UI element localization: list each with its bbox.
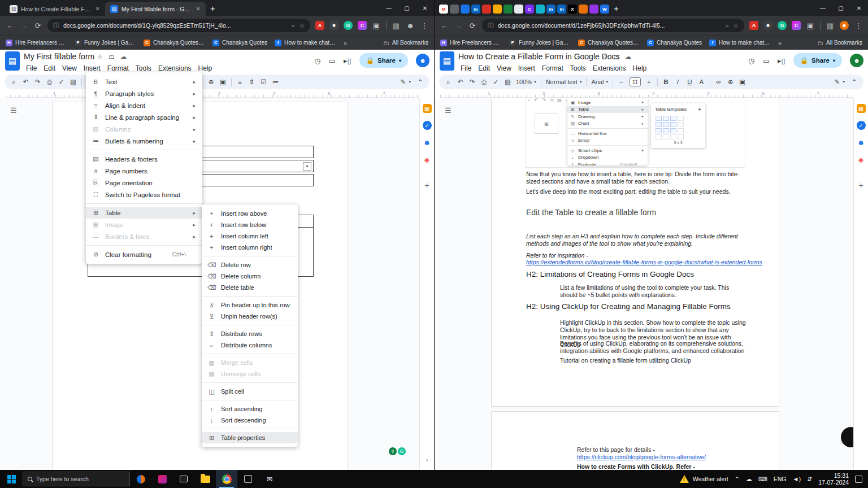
checklist-icon[interactable]: ☑: [260, 78, 267, 86]
new-tab-button[interactable]: +: [614, 3, 619, 13]
taskbar-clock[interactable]: 15:31 17-07-2024: [818, 472, 849, 486]
insert-image-icon[interactable]: ▣: [739, 78, 746, 86]
reload-icon[interactable]: ⟳: [468, 21, 477, 30]
bulleted-list-icon[interactable]: ≔: [272, 78, 279, 86]
people-app-icon[interactable]: [130, 470, 151, 488]
tab-close-icon[interactable]: ✕: [96, 6, 100, 12]
google-docs-logo[interactable]: ▤: [5, 51, 20, 71]
bookmark-item[interactable]: f How to make chat s...: [275, 40, 336, 46]
bookmark-star-icon[interactable]: ☆: [733, 22, 739, 29]
paint-format-icon[interactable]: ▨: [70, 78, 77, 86]
doc-paragraph[interactable]: Refer to this page for details -: [577, 446, 655, 454]
bookmark-star-icon[interactable]: ☆: [299, 22, 305, 29]
keyboard-icon[interactable]: ⌨: [758, 476, 767, 483]
side-panel-icon[interactable]: ▥: [826, 21, 835, 30]
bookmark-item[interactable]: H Hire Freelancers & F...: [440, 40, 502, 46]
editing-mode-button[interactable]: ✎▾: [399, 78, 411, 86]
bookmarks-overflow-icon[interactable]: »: [778, 40, 782, 46]
table-submenu-item[interactable]: ⌫ Delete row: [202, 259, 298, 271]
text-color-icon[interactable]: A: [698, 79, 705, 85]
format-menu-item[interactable]: — Borders & lines ▸: [86, 230, 202, 242]
store-app-icon[interactable]: [237, 470, 259, 488]
format-menu-item[interactable]: ⛶ Switch to Pageless format: [86, 189, 202, 201]
document-title[interactable]: How to Create a Fillable Form in Google …: [458, 52, 620, 61]
star-icon[interactable]: ☆: [97, 53, 103, 60]
format-menu-item[interactable]: ⊞ Table ▸: [86, 207, 202, 219]
browser-tab[interactable]: [482, 5, 491, 14]
table-submenu-item[interactable]: ⊼ Pin header up to this row: [202, 299, 298, 311]
document-canvas[interactable]: ☰ ⌕↶↷⎙▨−▭+BIU∞≡✎ ≣ ▣ Image ▸ ⊞ Table: [435, 98, 853, 470]
spellcheck-icon[interactable]: ✓: [492, 78, 500, 86]
bookmark-item[interactable]: F Funny Jokes | Gags...: [509, 40, 571, 46]
bookmark-item[interactable]: C Chanakya Quotes -...: [144, 40, 205, 46]
doc-paragraph[interactable]: How to create Forms with ClickUp. Refer …: [577, 463, 695, 470]
spellcheck-icon[interactable]: ✓: [58, 78, 65, 86]
volume-icon[interactable]: ◄): [793, 476, 801, 482]
doc-paragraph[interactable]: Tutorial on creating a fillable form uti…: [560, 357, 747, 364]
browser-tab[interactable]: X: [568, 5, 577, 14]
comments-icon[interactable]: ▭: [329, 56, 336, 65]
menu-button[interactable]: Help: [630, 63, 650, 73]
table-submenu-item[interactable]: + Insert column right: [202, 242, 298, 253]
menu-button[interactable]: View: [59, 63, 80, 73]
document-outline-icon[interactable]: ☰: [445, 106, 452, 115]
doc-paragraph[interactable]: List each step as an H3 and explain how …: [526, 233, 745, 247]
browser-tab[interactable]: ▤ How to Create Fillable Forms in ✕: [5, 2, 105, 16]
grammarly-badge-icon[interactable]: G: [398, 447, 406, 455]
paragraph-style-select[interactable]: Normal text▾: [546, 79, 582, 85]
minimize-button[interactable]: —: [814, 0, 832, 16]
maps-icon[interactable]: ◈: [423, 155, 432, 164]
all-bookmarks-button[interactable]: 🗀 All Bookmarks: [817, 40, 862, 46]
print-icon[interactable]: ⎙: [480, 79, 488, 86]
increase-font-icon[interactable]: +: [645, 79, 653, 85]
line-spacing-icon[interactable]: ⇕: [248, 78, 255, 86]
extension-icon[interactable]: A: [315, 21, 324, 30]
side-panel-icon[interactable]: ▥: [392, 21, 401, 30]
account-avatar[interactable]: ☻: [416, 54, 429, 67]
italic-icon[interactable]: I: [674, 79, 682, 85]
comments-icon[interactable]: ▭: [763, 56, 770, 65]
tasks-icon[interactable]: ✓: [423, 121, 432, 130]
extensions-puzzle-icon[interactable]: ▣: [372, 21, 381, 30]
close-button[interactable]: ✕: [416, 0, 434, 16]
hide-panel-icon[interactable]: ›: [426, 456, 428, 463]
format-menu-item[interactable]: ⎘ Page orientation: [86, 177, 202, 189]
bookmark-item[interactable]: f How to make chat s...: [709, 40, 771, 46]
table-submenu-item[interactable]: + Insert row below: [202, 219, 298, 230]
calendar-icon[interactable]: ▦: [857, 104, 866, 113]
doc-link[interactable]: https://clickup.com/blog/google-forms-al…: [577, 454, 706, 461]
menu-button[interactable]: Insert: [515, 63, 539, 73]
menu-button[interactable]: File: [23, 63, 40, 73]
browser-menu-icon[interactable]: ⋮: [420, 21, 429, 30]
table-submenu-item[interactable]: + Insert column left: [202, 230, 298, 242]
cloud-status-icon[interactable]: ☁: [625, 53, 631, 60]
bookmarks-overflow-icon[interactable]: »: [344, 40, 347, 46]
move-folder-icon[interactable]: 🗀: [108, 53, 115, 60]
doc-paragraph[interactable]: Benefits of using ClickUp, elaborating o…: [560, 340, 747, 355]
table-submenu-item[interactable]: ⊻ Unpin header row(s): [202, 311, 298, 322]
browser-tab[interactable]: in: [471, 5, 480, 14]
grammarly-icon[interactable]: G: [344, 21, 353, 30]
google-docs-logo[interactable]: ▤: [440, 51, 454, 71]
browser-tab[interactable]: M: [439, 5, 448, 14]
move-folder-icon[interactable]: 🗀: [613, 53, 619, 60]
doc-paragraph[interactable]: Now that you know how to insert a table,…: [526, 171, 748, 185]
browser-tab[interactable]: [579, 5, 588, 14]
version-history-icon[interactable]: ◷: [748, 56, 754, 65]
align-icon[interactable]: ≡: [236, 79, 244, 85]
file-explorer-icon[interactable]: [194, 470, 216, 488]
font-select[interactable]: Arial▾: [591, 79, 608, 85]
doc-heading[interactable]: Edit the Table to create a fillable form: [526, 209, 656, 216]
search-menus-icon[interactable]: ⌕: [10, 79, 18, 86]
bookmark-item[interactable]: C Chanakya Quotes: [647, 40, 702, 46]
browser-tab[interactable]: W: [600, 5, 609, 14]
paint-format-icon[interactable]: ▨: [504, 78, 511, 86]
table-submenu-item[interactable]: ⊞ Table properties: [202, 432, 298, 443]
format-menu-item[interactable]: # Page numbers: [86, 165, 202, 177]
font-size-field[interactable]: 11: [630, 77, 641, 86]
table-submenu-item[interactable]: ⇔ Distribute columns: [202, 339, 298, 351]
taskbar-search[interactable]: Type here to search: [23, 472, 130, 486]
meet-icon[interactable]: ▸▯: [778, 56, 785, 65]
profile-avatar[interactable]: ☻: [840, 21, 849, 30]
format-menu-item[interactable]: B Text ▸: [86, 76, 202, 88]
